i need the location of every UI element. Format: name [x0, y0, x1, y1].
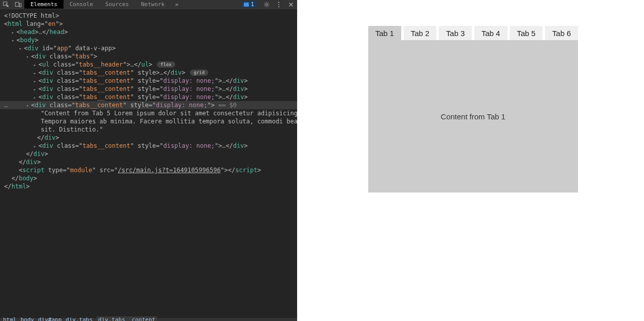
expand-arrow-icon[interactable]	[34, 77, 37, 80]
inspect-element-icon[interactable]	[0, 0, 12, 9]
elements-tree[interactable]: <!DOCTYPE html> <html lang="en"> <head>……	[0, 9, 297, 318]
tree-line[interactable]: <ul class="tabs__header">…</ul> flex	[0, 60, 297, 69]
tabs-header: Tab 1 Tab 2 Tab 3 Tab 4 Tab 5 Tab 6	[368, 26, 578, 40]
expand-arrow-icon[interactable]	[11, 28, 15, 31]
tree-line[interactable]: </body>	[0, 174, 297, 182]
grid-badge[interactable]: grid	[190, 70, 208, 76]
tab-button-1[interactable]: Tab 1	[368, 26, 401, 40]
devtools-panel: Elements Console Sources Network » 1 <!D…	[0, 0, 297, 321]
svg-point-4	[278, 4, 279, 5]
tree-line[interactable]: <body>	[0, 36, 297, 44]
close-devtools-icon[interactable]	[285, 0, 297, 9]
svg-rect-0	[15, 2, 19, 6]
tree-line[interactable]: <div class="tabs__content" style="displa…	[0, 77, 297, 85]
tree-line[interactable]: </html>	[0, 182, 297, 190]
devtools-tab-bar: Elements Console Sources Network » 1	[0, 0, 297, 9]
tree-line-selected[interactable]: … <div class="tabs__content" style="disp…	[0, 101, 297, 109]
devtools-tab-network[interactable]: Network	[135, 0, 171, 9]
more-tabs-icon[interactable]: »	[171, 0, 183, 9]
tab-content-text: Content from Tab 1	[441, 112, 505, 121]
console-messages-badge[interactable]: 1	[241, 1, 256, 8]
devtools-tab-sources[interactable]: Sources	[99, 0, 135, 9]
collapse-arrow-icon[interactable]	[26, 101, 29, 105]
tree-line[interactable]: <div id="app" data-v-app>	[0, 44, 297, 52]
flex-badge[interactable]: flex	[157, 61, 175, 68]
message-icon	[244, 3, 249, 7]
expand-arrow-icon[interactable]	[34, 142, 37, 145]
tree-text[interactable]: "Content from Tab 5 Lorem ipsum dolor si…	[0, 109, 297, 117]
tree-line[interactable]: </div>	[0, 134, 297, 142]
expand-arrow-icon[interactable]	[34, 60, 37, 64]
tab-button-3[interactable]: Tab 3	[439, 26, 472, 40]
svg-point-2	[266, 4, 268, 6]
devtools-tab-elements[interactable]: Elements	[24, 0, 63, 9]
expand-arrow-icon[interactable]	[34, 93, 37, 97]
breadcrumb-item[interactable]: div.tabs	[66, 316, 92, 322]
tab-button-6[interactable]: Tab 6	[545, 26, 578, 40]
expand-arrow-icon[interactable]	[34, 85, 37, 88]
tree-text[interactable]: sit. Distinctio."	[0, 125, 297, 134]
tree-line[interactable]: <div class="tabs">	[0, 52, 297, 60]
settings-icon[interactable]	[261, 0, 273, 9]
console-messages-count: 1	[251, 2, 254, 7]
collapse-arrow-icon[interactable]	[19, 44, 22, 48]
tree-line[interactable]: <div class="tabs__content" style="displa…	[0, 93, 297, 101]
tree-line[interactable]: <div class="tabs__content" style>…</div>…	[0, 69, 297, 77]
tree-line[interactable]: </div>	[0, 150, 297, 158]
tree-line[interactable]: <html lang="en">	[0, 20, 297, 28]
tree-line[interactable]: <head>…</head>	[0, 28, 297, 36]
script-src-link[interactable]: /src/main.js?t=1649105996596	[118, 167, 220, 174]
tree-line[interactable]: </div>	[0, 158, 297, 166]
tree-text[interactable]: Tempora maiores ab minima. Facere mollit…	[0, 117, 297, 125]
device-toolbar-icon[interactable]	[12, 0, 24, 9]
tab-button-5[interactable]: Tab 5	[510, 26, 543, 40]
kebab-menu-icon[interactable]	[273, 0, 285, 9]
tree-line[interactable]: <div class="tabs__content" style="displa…	[0, 85, 297, 93]
svg-point-5	[278, 6, 279, 7]
svg-rect-1	[19, 4, 21, 7]
dom-breadcrumbs[interactable]: html body div#app div.tabs div.tabs__con…	[0, 318, 297, 321]
tab-button-4[interactable]: Tab 4	[474, 26, 507, 40]
tree-line[interactable]: <!DOCTYPE html>	[0, 12, 297, 20]
page-preview: Tab 1 Tab 2 Tab 3 Tab 4 Tab 5 Tab 6 Cont…	[297, 0, 644, 321]
breadcrumb-item[interactable]: div.tabs__content	[96, 316, 157, 322]
tabs-widget: Tab 1 Tab 2 Tab 3 Tab 4 Tab 5 Tab 6 Cont…	[368, 26, 578, 192]
breadcrumb-item[interactable]: html	[3, 316, 17, 322]
tree-line[interactable]: <script type="module" src="/src/main.js?…	[0, 166, 297, 174]
devtools-tab-console[interactable]: Console	[63, 0, 99, 9]
tabs-content-panel: Content from Tab 1	[368, 40, 578, 192]
svg-point-3	[278, 2, 279, 3]
tab-button-2[interactable]: Tab 2	[404, 26, 437, 40]
breadcrumb-item[interactable]: div#app	[38, 316, 61, 322]
breadcrumb-item[interactable]: body	[21, 316, 35, 322]
collapse-arrow-icon[interactable]	[11, 36, 15, 40]
collapse-arrow-icon[interactable]	[26, 52, 29, 56]
expand-arrow-icon[interactable]	[34, 69, 37, 72]
tree-line[interactable]: <div class="tabs__content" style="displa…	[0, 142, 297, 150]
